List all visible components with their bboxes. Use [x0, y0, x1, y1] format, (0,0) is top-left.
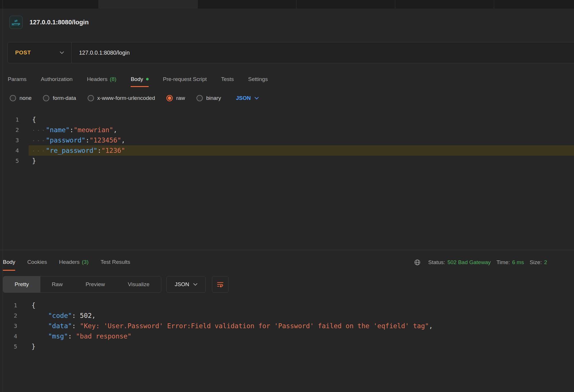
body-format-selector[interactable]: JSON	[236, 95, 259, 101]
tab-label: Body	[131, 76, 143, 82]
line-number: 1	[0, 114, 29, 125]
token-str: "1236"	[101, 147, 125, 154]
app-window: ⇄ HTTP 127.0.0.1:8080/login POST 127.0.0…	[0, 0, 574, 392]
view-mode-pretty[interactable]: Pretty	[3, 276, 40, 292]
response-tabs: BodyCookiesHeaders(3)Test Results	[3, 254, 130, 271]
tab-authorization[interactable]: Authorization	[41, 72, 72, 87]
workspace-tab[interactable]	[198, 0, 296, 9]
code-content: "msg": "bad response"	[27, 331, 574, 341]
tab-body[interactable]: Body	[3, 254, 15, 271]
tab-label: Test Results	[101, 259, 130, 265]
radio-icon	[43, 95, 49, 101]
code-line: 2"code": 502,	[0, 310, 574, 321]
token-punct: ,	[429, 322, 433, 330]
request-tabs: ParamsAuthorizationHeaders(8)BodyPre-req…	[8, 72, 268, 87]
tab-label: Body	[3, 259, 15, 265]
token-punct: ,	[92, 312, 96, 319]
body-type-label: binary	[206, 95, 221, 101]
indent-guide: ···	[32, 146, 46, 156]
response-meta: Status: 502 Bad Gateway Time: 6 ms Size:…	[414, 254, 547, 271]
token-str: "bad response"	[76, 332, 131, 340]
status-value: 502 Bad Gateway	[447, 259, 491, 266]
tab-cookies[interactable]: Cookies	[27, 254, 47, 271]
token-key: "msg"	[48, 332, 68, 340]
url-input[interactable]: 127.0.0.1:8080/login	[72, 50, 130, 56]
divider	[0, 250, 574, 250]
token-punct: }	[32, 343, 36, 350]
chevron-down-icon	[193, 283, 197, 286]
view-mode-visualize[interactable]: Visualize	[116, 276, 161, 292]
workspace-tab[interactable]	[395, 0, 494, 9]
tab-pre-request-script[interactable]: Pre-request Script	[163, 72, 207, 87]
method-selector[interactable]: POST	[8, 42, 71, 63]
token-key: "password"	[46, 136, 85, 144]
request-body-editor[interactable]: 1{2···"name":"meowrian",3···"password":"…	[0, 114, 574, 166]
indent-guide: ···	[32, 136, 46, 146]
workspace-tab[interactable]	[0, 0, 99, 9]
token-punct: }	[32, 157, 36, 165]
response-body-viewer[interactable]: 1{2"code": 502,3"data": "Key: 'User.Pass…	[0, 300, 574, 352]
body-type-options: noneform-datax-www-form-urlencodedrawbin…	[10, 92, 259, 105]
token-key: "name"	[46, 126, 70, 134]
code-line: 1{	[0, 300, 574, 310]
token-punct: {	[32, 116, 36, 123]
radio-icon	[196, 95, 203, 101]
tab-headers[interactable]: Headers(8)	[87, 72, 116, 87]
tab-label: Headers	[87, 76, 107, 82]
http-request-icon: ⇄ HTTP	[9, 16, 23, 29]
body-type-label: raw	[176, 95, 185, 101]
token-key: "re_password"	[46, 147, 97, 154]
view-mode-preview[interactable]: Preview	[74, 276, 117, 292]
code-line: 4"msg": "bad response"	[0, 331, 574, 341]
tab-body[interactable]: Body	[131, 72, 148, 87]
token-key: "code"	[48, 312, 72, 319]
tab-label: Authorization	[41, 76, 72, 82]
tab-label: Cookies	[27, 259, 47, 265]
token-punct: ,	[113, 126, 117, 134]
body-type-none[interactable]: none	[10, 95, 32, 101]
tab-settings[interactable]: Settings	[248, 72, 268, 87]
workspace-tab[interactable]	[296, 0, 395, 9]
tab-tests[interactable]: Tests	[221, 72, 234, 87]
line-number: 4	[0, 145, 29, 156]
code-content: ···"password":"123456",	[29, 135, 574, 145]
radio-icon	[88, 95, 94, 101]
wrap-text-icon	[217, 281, 224, 288]
workspace-tab-bar	[0, 0, 574, 9]
body-type-binary[interactable]: binary	[196, 95, 221, 101]
token-punct: :	[70, 126, 74, 134]
line-number: 3	[0, 321, 27, 331]
token-punct: ,	[121, 136, 125, 144]
code-line: 5}	[0, 156, 574, 166]
body-type-raw[interactable]: raw	[166, 95, 185, 101]
line-number: 5	[0, 341, 27, 352]
line-number: 4	[0, 331, 27, 341]
code-line: 4···"re_password":"1236"	[0, 145, 574, 156]
tab-test-results[interactable]: Test Results	[101, 254, 130, 271]
tab-label: Headers	[59, 259, 80, 265]
network-globe-icon[interactable]	[414, 259, 421, 266]
time-value: 6 ms	[512, 259, 524, 266]
response-format-selector[interactable]: JSON	[166, 276, 206, 293]
unsaved-dot-icon	[146, 78, 149, 80]
body-type-form-data[interactable]: form-data	[43, 95, 76, 101]
body-type-x-www-form-urlencoded[interactable]: x-www-form-urlencoded	[88, 95, 155, 101]
wrap-text-button[interactable]	[212, 276, 229, 293]
token-punct: :	[97, 147, 101, 154]
tab-params[interactable]: Params	[8, 72, 26, 87]
token-punct: :	[68, 332, 76, 340]
view-mode-raw[interactable]: Raw	[40, 276, 74, 292]
workspace-tab[interactable]	[494, 0, 574, 9]
size-label: Size:	[530, 259, 542, 266]
code-line: 3···"password":"123456",	[0, 135, 574, 145]
arrows-icon: ⇄	[15, 19, 18, 23]
token-punct: :	[72, 322, 80, 330]
tab-headers[interactable]: Headers(3)	[59, 254, 89, 271]
line-number: 3	[0, 135, 29, 145]
tab-label: Tests	[221, 76, 234, 82]
method-label: POST	[15, 50, 31, 56]
response-toolbar: PrettyRawPreviewVisualize JSON	[3, 276, 229, 293]
workspace-tab[interactable]	[99, 0, 198, 9]
code-line: 1{	[0, 114, 574, 125]
http-badge-label: HTTP	[12, 23, 20, 26]
